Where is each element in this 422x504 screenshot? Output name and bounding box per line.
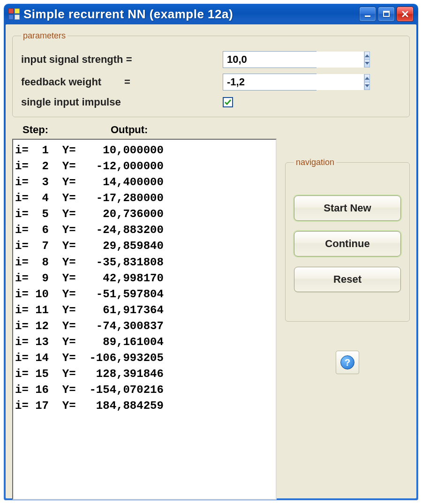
svg-rect-0 (365, 15, 370, 17)
app-window: Simple recurrent NN (example 12a) parame… (4, 4, 418, 500)
reset-button[interactable]: Reset (294, 267, 401, 292)
continue-button[interactable]: Continue (294, 231, 401, 256)
svg-rect-2 (384, 11, 389, 13)
input-signal-down[interactable] (364, 60, 370, 68)
input-signal-up[interactable] (364, 52, 370, 60)
feedback-weight-up[interactable] (364, 74, 370, 83)
minimize-button[interactable] (359, 7, 376, 22)
window-controls (359, 7, 414, 22)
step-header: Step: (23, 124, 111, 136)
output-header-row: Step: Output: (12, 120, 410, 139)
single-impulse-checkbox[interactable] (223, 97, 233, 107)
input-signal-input[interactable] (223, 52, 364, 68)
window-title: Simple recurrent NN (example 12a) (23, 7, 359, 22)
titlebar[interactable]: Simple recurrent NN (example 12a) (6, 6, 416, 24)
help-button[interactable]: ? (336, 351, 359, 374)
start-new-button[interactable]: Start New (294, 196, 401, 221)
help-icon: ? (340, 355, 354, 369)
feedback-weight-down[interactable] (364, 83, 370, 90)
parameters-group: parameters input signal strength = feedb… (12, 31, 410, 117)
parameters-legend: parameters (21, 31, 68, 41)
output-header: Output: (111, 124, 148, 136)
navigation-group: navigation Start New Continue Reset (285, 158, 410, 322)
maximize-button[interactable] (378, 7, 395, 22)
input-signal-label: input signal strength = (21, 53, 223, 66)
input-signal-field[interactable] (223, 51, 316, 68)
feedback-weight-label: feedback weight = (21, 76, 223, 88)
feedback-weight-field[interactable] (223, 74, 316, 90)
close-button[interactable] (397, 7, 414, 22)
output-listbox[interactable]: i= 1 Y= 10,000000 i= 2 Y= -12,000000 i= … (12, 139, 277, 500)
app-icon (8, 8, 20, 20)
feedback-weight-input[interactable] (223, 74, 364, 90)
navigation-legend: navigation (294, 158, 336, 167)
single-impulse-label: single input impulse (21, 96, 223, 108)
client-area: parameters input signal strength = feedb… (6, 24, 416, 498)
